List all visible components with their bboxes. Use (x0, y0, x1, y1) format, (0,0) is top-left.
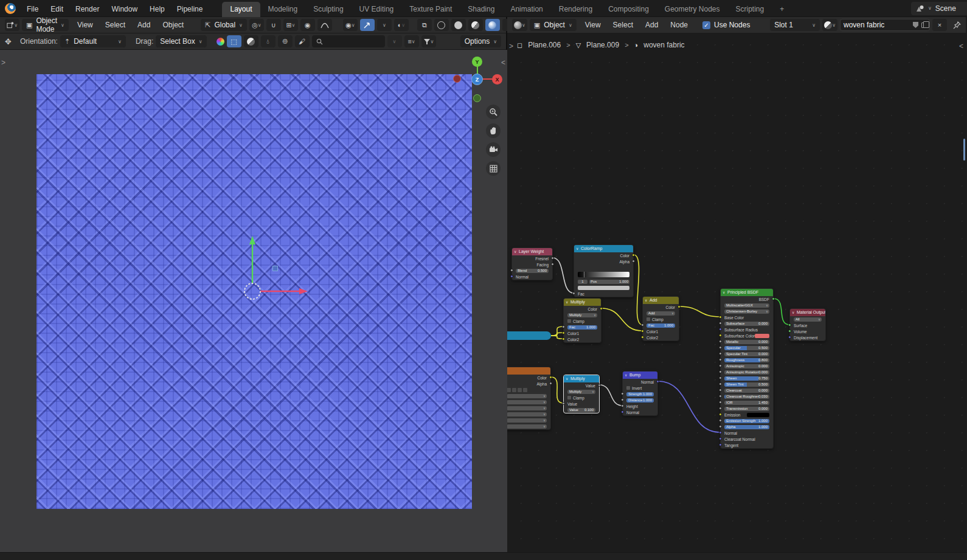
plane-handle-square[interactable] (272, 266, 278, 271)
input-socket[interactable] (562, 331, 565, 334)
input-socket[interactable] (719, 376, 722, 379)
navigation-axis-gizmo[interactable]: Y X Z (448, 55, 506, 106)
input-socket[interactable] (719, 419, 722, 422)
axis-y-ball[interactable]: Y (472, 57, 482, 67)
node-row-dropdown[interactable]: Christensen-Burley∨ (721, 308, 773, 314)
input-socket[interactable] (719, 364, 722, 367)
workspace-tab-animation[interactable]: Animation (502, 2, 550, 17)
workspace-tab-texture-paint[interactable]: Texture Paint (401, 2, 460, 17)
input-socket[interactable] (510, 269, 513, 272)
node-row-distance[interactable]: Distance1.000 (623, 397, 657, 403)
node-row-dropdown[interactable]: ∨ (507, 411, 550, 417)
output-socket[interactable] (551, 257, 554, 260)
input-socket[interactable] (719, 370, 722, 373)
input-socket[interactable] (788, 330, 791, 333)
world-button[interactable]: 🌐︎ (278, 35, 293, 47)
shading-wireframe-button[interactable] (434, 19, 449, 31)
workspace-tab-uv-editing[interactable]: UV Editing (352, 2, 402, 17)
shading-rendered-button[interactable] (485, 19, 500, 31)
node-row-anisotropic[interactable]: Anisotropic0.000 (721, 363, 773, 369)
input-socket[interactable] (719, 352, 722, 355)
input-socket[interactable] (641, 336, 644, 339)
use-nodes-toggle[interactable]: ✓ Use Nodes (702, 21, 750, 29)
proportional-editing-button[interactable]: ◉ (300, 19, 315, 31)
shader-editor-type-button[interactable]: ∨ (512, 19, 527, 31)
input-socket[interactable] (719, 389, 722, 392)
input-socket[interactable] (719, 413, 722, 416)
output-socket[interactable] (632, 260, 635, 263)
input-socket[interactable] (621, 392, 624, 395)
node-color-ramp[interactable]: ColorRampColorAlpha1Pos1.000Fac (574, 244, 634, 297)
input-socket[interactable] (719, 328, 722, 331)
node-row-specular[interactable]: Specular0.500 (721, 345, 773, 351)
node-math-multiply[interactable]: MultiplyValueMultiply∨ClampValueValue0.1… (563, 375, 600, 413)
node-row-dropdown[interactable]: Multiply∨ (564, 312, 601, 318)
pin-icon[interactable] (953, 21, 961, 29)
input-socket[interactable] (719, 358, 722, 361)
fluid-button[interactable]: 💧︎ (261, 35, 276, 47)
node-row-metallic[interactable]: Metallic0.000 (721, 339, 773, 345)
overlays-button[interactable]: ◐∨ (394, 19, 409, 31)
input-socket[interactable] (719, 340, 722, 343)
node-row-fac[interactable]: Fac1.000 (643, 322, 679, 328)
axis-neg-y-ball[interactable] (473, 94, 481, 102)
node-row-roughness[interactable]: Roughness0.800 (721, 357, 773, 363)
node-row-alpha[interactable]: Alpha1.000 (721, 424, 773, 430)
input-socket[interactable] (719, 346, 722, 349)
input-socket[interactable] (719, 407, 722, 410)
workspace-tab-scripting[interactable]: Scripting (728, 2, 772, 17)
menu-file[interactable]: File (21, 2, 44, 16)
viewport-menu-view[interactable]: View (71, 18, 99, 32)
node-header[interactable] (507, 367, 550, 375)
node-row-dropdown[interactable]: Multiply∨ (564, 389, 599, 395)
shader-menu-view[interactable]: View (579, 18, 607, 32)
shader-menu-node[interactable]: Node (664, 18, 694, 32)
slot-dropdown[interactable]: Slot 1 ∨ (770, 19, 820, 31)
viewport-menu-add[interactable]: Add (131, 18, 156, 32)
input-socket[interactable] (562, 402, 565, 405)
output-socket[interactable] (678, 305, 681, 308)
workspace-tab-geometry-nodes[interactable]: Geometry Nodes (657, 2, 728, 17)
input-socket[interactable] (621, 410, 624, 413)
output-socket[interactable] (632, 254, 635, 257)
node-header[interactable] (507, 331, 551, 340)
node-row-blend[interactable]: Blend0.500 (512, 268, 552, 274)
node-row-iconrow[interactable] (507, 387, 550, 393)
gizmo-toggle-button[interactable] (360, 19, 375, 31)
node-header[interactable]: Layer Weight (512, 248, 552, 255)
input-socket[interactable] (719, 437, 722, 440)
output-socket[interactable] (598, 384, 601, 387)
zoom-tool-icon[interactable] (486, 105, 501, 119)
node-row-dropdown[interactable]: ∨ (507, 423, 550, 429)
input-socket[interactable] (788, 336, 791, 339)
node-header[interactable]: Material Output (790, 309, 825, 316)
viewport-menu-object[interactable]: Object (156, 18, 190, 32)
breadcrumb-item[interactable]: Plane.009 (586, 41, 619, 49)
sidebar-expand-arrow[interactable]: < (959, 42, 963, 50)
workspace-tab-shading[interactable]: Shading (460, 2, 502, 17)
node-material-output[interactable]: Material OutputAll∨SurfaceVolumeDisplace… (789, 308, 826, 341)
workspace-tab-compositing[interactable]: Compositing (600, 2, 657, 17)
node-canvas[interactable]: > ◻Plane.006>▽Plane.009>◑woven fabric < … (507, 33, 966, 552)
node-header[interactable]: Bump (623, 372, 657, 379)
shader-menu-add[interactable]: Add (639, 18, 664, 32)
node-row-dropdown[interactable]: ∨ (507, 405, 550, 411)
node-row-dropdown[interactable]: Add∨ (643, 310, 679, 316)
node-row-dropdown[interactable]: ∨ (507, 393, 550, 399)
copy-icon[interactable] (921, 22, 926, 28)
shading-preview-button[interactable] (244, 35, 258, 47)
node-row-clearcoat-roughness[interactable]: Clearcoat Roughness0.030 (721, 393, 773, 399)
shading-solid-button[interactable] (451, 19, 466, 31)
blender-logo-icon[interactable] (5, 3, 16, 14)
node-row-subsurface-color[interactable]: Subsurface Color (721, 333, 773, 339)
select-box-tool-button[interactable]: ⬚ (227, 35, 241, 47)
menu-edit[interactable]: Edit (44, 2, 69, 16)
node-row-dropdown[interactable]: MultiscatterGGX∨ (721, 302, 773, 308)
node-mix-add[interactable]: AddColorAdd∨ClampFac1.000Color1Color2 (642, 296, 679, 341)
node-image-texture[interactable]: ColorAlpha∨∨∨∨∨∨ (507, 367, 551, 430)
node-header[interactable]: Multiply (564, 299, 601, 306)
axis-x-ball[interactable]: X (492, 74, 502, 85)
mode-dropdown[interactable]: ▣ Object Mode ∨ (22, 19, 69, 31)
node-row-invert[interactable]: Invert (623, 385, 657, 391)
node-row-ior[interactable]: IOR1.450 (721, 399, 773, 406)
